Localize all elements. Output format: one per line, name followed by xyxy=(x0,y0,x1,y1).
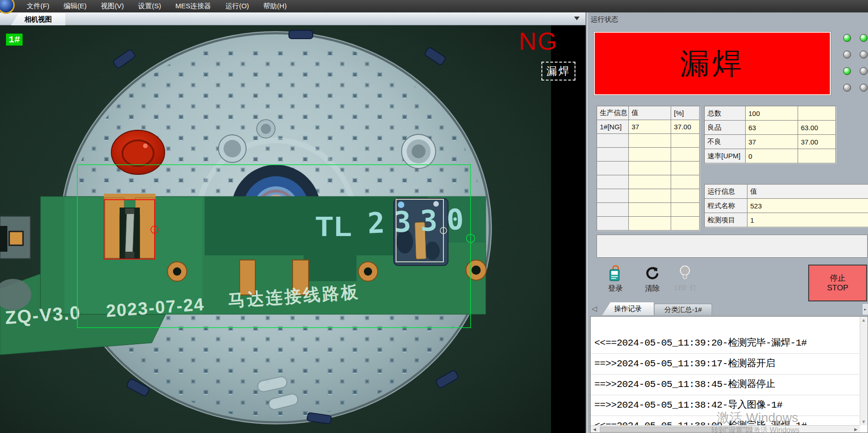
runinfo-header-value: 值 xyxy=(747,185,868,198)
summary-total-value: 100 xyxy=(746,106,798,120)
led-indicator-2-1 xyxy=(843,51,851,58)
alarm-text: 漏焊 xyxy=(680,44,745,84)
summary-bad-value: 37 xyxy=(746,135,798,149)
tab-scroll-right-icon[interactable]: ▸ xyxy=(862,303,868,315)
program-name-value: 523 xyxy=(747,199,868,213)
led-indicator-2-2 xyxy=(860,51,868,58)
led-light-button-label: LED 灯 xyxy=(674,284,696,292)
defect-tag-label: 漏焊 xyxy=(541,62,575,81)
summary-good-pct: 63.00 xyxy=(798,121,835,134)
led-indicator-1-1 xyxy=(843,34,851,42)
summary-total-label: 总数 xyxy=(705,106,745,120)
production-header-pct: [%] xyxy=(671,106,699,120)
chevron-down-icon[interactable] xyxy=(574,17,580,20)
run-status-group-title: 运行状态 xyxy=(591,15,618,24)
tab-classification-summary[interactable]: 分类汇总-1# xyxy=(654,304,712,315)
summary-bad-label: 不良 xyxy=(705,135,745,149)
stop-button-cn: 停止 xyxy=(830,273,845,283)
production-header-value: 值 xyxy=(629,106,671,120)
clear-button[interactable]: 清除 xyxy=(636,265,668,299)
production-header-info: 生产信息 xyxy=(597,106,628,120)
production-row-value: 37 xyxy=(629,120,671,133)
menu-run[interactable]: 运行(O) xyxy=(225,2,249,11)
ng-result-label: NG xyxy=(519,28,558,54)
stop-button-en: STOP xyxy=(827,283,848,293)
log-entry: <<==2024-05-05_11:39:20-检测完毕-漏焊-1# xyxy=(591,333,859,354)
led-indicator-3-2 xyxy=(860,67,868,75)
log-entry: ==>>2024-05-05_11:38:45-检测器停止 xyxy=(591,375,859,395)
menu-view[interactable]: 视图(V) xyxy=(101,2,124,11)
inspect-items-value: 1 xyxy=(747,213,868,227)
production-row-pct: 37.00 xyxy=(671,120,699,133)
program-name-label: 程式名称 xyxy=(705,199,747,213)
red-varnish-dot xyxy=(111,130,165,174)
menu-bar: 文件(F) 编辑(E) 视图(V) 设置(S) MES连接器 运行(O) 帮助(… xyxy=(0,0,868,12)
tab-operation-log[interactable]: 操作记录 xyxy=(602,302,654,315)
login-button-label: 登录 xyxy=(608,284,623,294)
scroll-down-icon[interactable]: ▼ xyxy=(862,419,866,424)
windows-activation-watermark: 激活 Windows xyxy=(717,409,798,427)
scroll-right-icon[interactable]: ► xyxy=(853,427,858,432)
view-tab-strip: 相机视图 xyxy=(0,12,586,25)
menu-help[interactable]: 帮助(H) xyxy=(263,2,287,11)
scroll-left-icon[interactable]: ◄ xyxy=(592,427,597,432)
summary-rate-value: 0 xyxy=(746,149,798,163)
led-indicator-3-1 xyxy=(843,67,851,75)
menu-file[interactable]: 文件(F) xyxy=(27,2,49,11)
camera-image: TL 2330 ZQ-V3.0 2023-07-24 马达连接线路板 xyxy=(0,25,586,433)
id-badge-icon xyxy=(607,265,624,282)
alarm-display: 漏焊 xyxy=(593,31,831,96)
tab-camera-view[interactable]: 相机视图 xyxy=(11,13,65,25)
led-indicator-4-2 xyxy=(860,84,868,92)
summary-good-value: 63 xyxy=(746,121,798,134)
production-table: 生产信息 值 [%] 1#[NG] 37 37.00 xyxy=(597,106,700,231)
camera-id-badge: 1# xyxy=(6,34,23,46)
light-bulb-icon xyxy=(677,265,694,282)
app-logo-icon xyxy=(0,0,15,14)
message-box[interactable] xyxy=(597,235,868,258)
log-entry: ==>>2024-05-05_11:39:17-检测器开启 xyxy=(591,354,859,375)
summary-bad-pct: 37.00 xyxy=(798,135,835,149)
runinfo-header-label: 运行信息 xyxy=(705,185,747,198)
menu-settings[interactable]: 设置(S) xyxy=(138,2,161,11)
clear-refresh-icon xyxy=(644,265,661,282)
summary-table: 总数 100 良品 63 63.00 不良 37 37.00 速率[UPM] 0 xyxy=(704,106,836,163)
scroll-up-icon[interactable]: ▲ xyxy=(862,318,866,323)
production-row-label: 1#[NG] xyxy=(597,120,628,133)
pcb-marking-prefix: TL xyxy=(316,210,353,242)
led-indicator-1-2 xyxy=(860,34,868,42)
windows-activation-watermark-sub: 转到“设置”以激活 Windows xyxy=(711,426,799,433)
stop-button[interactable]: 停止 STOP xyxy=(808,265,867,301)
menu-mes-connector[interactable]: MES连接器 xyxy=(175,2,211,11)
summary-rate-label: 速率[UPM] xyxy=(705,149,745,163)
led-light-button[interactable]: LED 灯 xyxy=(669,265,701,299)
tab-scroll-left-icon[interactable]: ◁ xyxy=(592,305,597,313)
run-info-table: 运行信息 值 程式名称 523 检测项目 1 xyxy=(704,184,868,227)
menu-edit[interactable]: 编辑(E) xyxy=(63,2,86,11)
pcb-marking-number: 2330 xyxy=(367,202,473,240)
login-button[interactable]: 登录 xyxy=(599,265,632,299)
led-indicator-4-1 xyxy=(843,84,851,92)
clear-button-label: 清除 xyxy=(645,284,660,294)
inspect-items-label: 检测项目 xyxy=(705,213,747,227)
app-window: 文件(F) 编辑(E) 视图(V) 设置(S) MES连接器 运行(O) 帮助(… xyxy=(0,0,868,433)
log-vertical-scrollbar[interactable]: ▲ ▼ xyxy=(860,317,867,425)
summary-good-label: 良品 xyxy=(705,121,745,134)
